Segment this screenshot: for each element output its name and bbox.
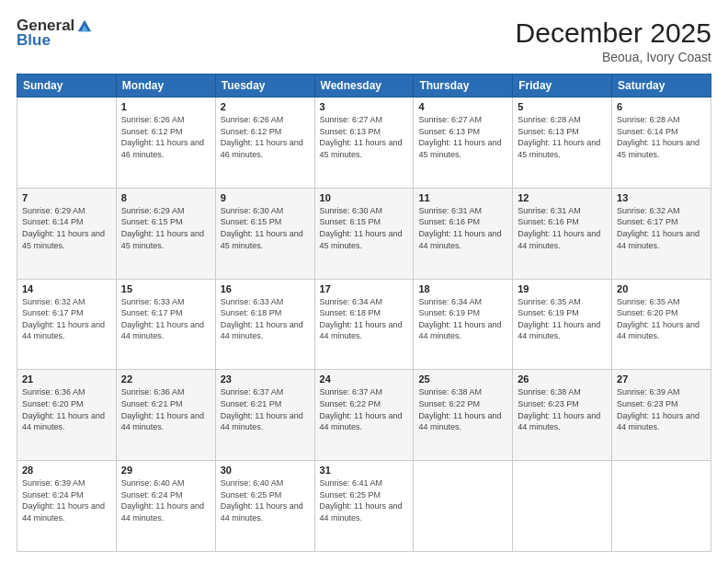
day-number: 22 bbox=[121, 373, 210, 385]
day-number: 25 bbox=[418, 373, 507, 385]
cell-content: Sunrise: 6:33 AM Sunset: 6:18 PM Dayligh… bbox=[221, 296, 310, 342]
cell-content: Sunrise: 6:34 AM Sunset: 6:19 PM Dayligh… bbox=[418, 296, 507, 342]
cell-content: Sunrise: 6:26 AM Sunset: 6:12 PM Dayligh… bbox=[121, 114, 210, 160]
calendar-cell: 19Sunrise: 6:35 AM Sunset: 6:19 PM Dayli… bbox=[513, 279, 612, 370]
calendar-cell: 21Sunrise: 6:36 AM Sunset: 6:20 PM Dayli… bbox=[17, 370, 117, 461]
cell-content: Sunrise: 6:39 AM Sunset: 6:23 PM Dayligh… bbox=[617, 386, 706, 432]
day-number: 29 bbox=[121, 465, 210, 476]
week-row-1: 1Sunrise: 6:26 AM Sunset: 6:12 PM Daylig… bbox=[17, 98, 711, 189]
day-number: 11 bbox=[418, 192, 507, 203]
calendar-cell: 7Sunrise: 6:29 AM Sunset: 6:14 PM Daylig… bbox=[17, 188, 117, 279]
day-number: 24 bbox=[320, 373, 409, 385]
col-header-tuesday: Tuesday bbox=[215, 75, 314, 98]
cell-content: Sunrise: 6:26 AM Sunset: 6:12 PM Dayligh… bbox=[221, 114, 310, 160]
cell-content: Sunrise: 6:30 AM Sunset: 6:15 PM Dayligh… bbox=[320, 205, 409, 251]
calendar-cell: 1Sunrise: 6:26 AM Sunset: 6:12 PM Daylig… bbox=[116, 98, 215, 189]
cell-content: Sunrise: 6:34 AM Sunset: 6:18 PM Dayligh… bbox=[320, 296, 409, 342]
calendar-cell: 5Sunrise: 6:28 AM Sunset: 6:13 PM Daylig… bbox=[513, 98, 612, 189]
day-number: 18 bbox=[418, 283, 507, 294]
col-header-monday: Monday bbox=[116, 75, 215, 98]
day-number: 6 bbox=[617, 101, 706, 112]
cell-content: Sunrise: 6:31 AM Sunset: 6:16 PM Dayligh… bbox=[518, 205, 607, 251]
calendar-cell: 26Sunrise: 6:38 AM Sunset: 6:23 PM Dayli… bbox=[513, 370, 612, 461]
calendar-body: 1Sunrise: 6:26 AM Sunset: 6:12 PM Daylig… bbox=[17, 98, 711, 552]
calendar-cell: 6Sunrise: 6:28 AM Sunset: 6:14 PM Daylig… bbox=[612, 98, 711, 189]
week-row-5: 28Sunrise: 6:39 AM Sunset: 6:24 PM Dayli… bbox=[17, 461, 711, 552]
cell-content: Sunrise: 6:36 AM Sunset: 6:20 PM Dayligh… bbox=[22, 386, 111, 432]
cell-content: Sunrise: 6:38 AM Sunset: 6:23 PM Dayligh… bbox=[518, 386, 607, 432]
main-title: December 2025 bbox=[516, 17, 711, 50]
col-header-saturday: Saturday bbox=[612, 75, 711, 98]
cell-content: Sunrise: 6:32 AM Sunset: 6:17 PM Dayligh… bbox=[22, 296, 111, 342]
calendar-cell: 20Sunrise: 6:35 AM Sunset: 6:20 PM Dayli… bbox=[612, 279, 711, 370]
calendar-cell: 22Sunrise: 6:36 AM Sunset: 6:21 PM Dayli… bbox=[116, 370, 215, 461]
calendar-cell: 24Sunrise: 6:37 AM Sunset: 6:22 PM Dayli… bbox=[314, 370, 414, 461]
day-number: 7 bbox=[22, 192, 111, 203]
day-number: 17 bbox=[320, 283, 409, 294]
day-number: 28 bbox=[22, 465, 111, 476]
logo-icon bbox=[76, 17, 93, 34]
day-number: 26 bbox=[518, 373, 607, 385]
calendar-cell bbox=[414, 461, 513, 552]
calendar-cell: 29Sunrise: 6:40 AM Sunset: 6:24 PM Dayli… bbox=[116, 461, 215, 552]
calendar-cell bbox=[513, 461, 612, 552]
cell-content: Sunrise: 6:27 AM Sunset: 6:13 PM Dayligh… bbox=[320, 114, 409, 160]
cell-content: Sunrise: 6:37 AM Sunset: 6:21 PM Dayligh… bbox=[221, 386, 310, 432]
calendar-cell: 18Sunrise: 6:34 AM Sunset: 6:19 PM Dayli… bbox=[414, 279, 513, 370]
day-number: 21 bbox=[22, 373, 111, 385]
calendar-cell: 17Sunrise: 6:34 AM Sunset: 6:18 PM Dayli… bbox=[314, 279, 414, 370]
cell-content: Sunrise: 6:33 AM Sunset: 6:17 PM Dayligh… bbox=[121, 296, 210, 342]
subtitle: Beoua, Ivory Coast bbox=[516, 50, 711, 64]
logo: General Blue bbox=[17, 17, 93, 50]
day-number: 1 bbox=[121, 101, 210, 112]
cell-content: Sunrise: 6:38 AM Sunset: 6:22 PM Dayligh… bbox=[418, 386, 507, 432]
day-number: 13 bbox=[617, 192, 706, 203]
calendar-cell: 23Sunrise: 6:37 AM Sunset: 6:21 PM Dayli… bbox=[215, 370, 314, 461]
cell-content: Sunrise: 6:27 AM Sunset: 6:13 PM Dayligh… bbox=[418, 114, 507, 160]
cell-content: Sunrise: 6:29 AM Sunset: 6:14 PM Dayligh… bbox=[22, 205, 111, 251]
cell-content: Sunrise: 6:31 AM Sunset: 6:16 PM Dayligh… bbox=[418, 205, 507, 251]
page: General Blue December 2025 Beoua, Ivory … bbox=[0, 0, 728, 563]
day-number: 14 bbox=[22, 283, 111, 294]
calendar-header: SundayMondayTuesdayWednesdayThursdayFrid… bbox=[17, 75, 711, 98]
calendar-cell bbox=[612, 461, 711, 552]
day-number: 3 bbox=[320, 101, 409, 112]
calendar-table: SundayMondayTuesdayWednesdayThursdayFrid… bbox=[17, 74, 711, 552]
calendar-cell bbox=[17, 98, 117, 189]
col-header-thursday: Thursday bbox=[414, 75, 513, 98]
title-area: December 2025 Beoua, Ivory Coast bbox=[516, 17, 711, 64]
day-number: 9 bbox=[221, 192, 310, 203]
cell-content: Sunrise: 6:28 AM Sunset: 6:14 PM Dayligh… bbox=[617, 114, 706, 160]
calendar-cell: 27Sunrise: 6:39 AM Sunset: 6:23 PM Dayli… bbox=[612, 370, 711, 461]
header: General Blue December 2025 Beoua, Ivory … bbox=[17, 17, 711, 64]
day-number: 19 bbox=[518, 283, 607, 294]
col-header-sunday: Sunday bbox=[17, 75, 117, 98]
cell-content: Sunrise: 6:35 AM Sunset: 6:20 PM Dayligh… bbox=[617, 296, 706, 342]
week-row-4: 21Sunrise: 6:36 AM Sunset: 6:20 PM Dayli… bbox=[17, 370, 711, 461]
cell-content: Sunrise: 6:28 AM Sunset: 6:13 PM Dayligh… bbox=[518, 114, 607, 160]
cell-content: Sunrise: 6:39 AM Sunset: 6:24 PM Dayligh… bbox=[22, 477, 111, 523]
calendar-cell: 16Sunrise: 6:33 AM Sunset: 6:18 PM Dayli… bbox=[215, 279, 314, 370]
day-number: 8 bbox=[121, 192, 210, 203]
calendar-cell: 15Sunrise: 6:33 AM Sunset: 6:17 PM Dayli… bbox=[116, 279, 215, 370]
calendar-cell: 10Sunrise: 6:30 AM Sunset: 6:15 PM Dayli… bbox=[314, 188, 414, 279]
calendar-cell: 13Sunrise: 6:32 AM Sunset: 6:17 PM Dayli… bbox=[612, 188, 711, 279]
cell-content: Sunrise: 6:40 AM Sunset: 6:24 PM Dayligh… bbox=[121, 477, 210, 523]
col-header-friday: Friday bbox=[513, 75, 612, 98]
cell-content: Sunrise: 6:41 AM Sunset: 6:25 PM Dayligh… bbox=[320, 477, 409, 523]
cell-content: Sunrise: 6:30 AM Sunset: 6:15 PM Dayligh… bbox=[221, 205, 310, 251]
calendar-cell: 12Sunrise: 6:31 AM Sunset: 6:16 PM Dayli… bbox=[513, 188, 612, 279]
calendar-cell: 25Sunrise: 6:38 AM Sunset: 6:22 PM Dayli… bbox=[414, 370, 513, 461]
cell-content: Sunrise: 6:36 AM Sunset: 6:21 PM Dayligh… bbox=[121, 386, 210, 432]
calendar-cell: 8Sunrise: 6:29 AM Sunset: 6:15 PM Daylig… bbox=[116, 188, 215, 279]
calendar-cell: 3Sunrise: 6:27 AM Sunset: 6:13 PM Daylig… bbox=[314, 98, 414, 189]
day-number: 15 bbox=[121, 283, 210, 294]
day-number: 31 bbox=[320, 465, 409, 476]
cell-content: Sunrise: 6:40 AM Sunset: 6:25 PM Dayligh… bbox=[221, 477, 310, 523]
day-number: 27 bbox=[617, 373, 706, 385]
calendar-cell: 14Sunrise: 6:32 AM Sunset: 6:17 PM Dayli… bbox=[17, 279, 117, 370]
header-row: SundayMondayTuesdayWednesdayThursdayFrid… bbox=[17, 75, 711, 98]
day-number: 20 bbox=[617, 283, 706, 294]
calendar-cell: 2Sunrise: 6:26 AM Sunset: 6:12 PM Daylig… bbox=[215, 98, 314, 189]
day-number: 5 bbox=[518, 101, 607, 112]
